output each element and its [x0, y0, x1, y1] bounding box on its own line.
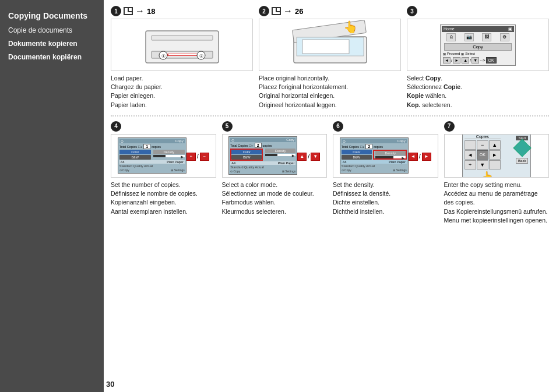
step-3-icon-grid: ⎙ 📷 🖼 ⚙	[442, 32, 514, 43]
step-5-screen-title: ⊙Copy	[230, 138, 295, 142]
svg-text:②: ②	[199, 54, 203, 59]
s5-btn-up[interactable]: ▲	[297, 153, 307, 161]
svg-rect-4	[168, 54, 199, 55]
step-4-nav-btns: + / −	[186, 153, 209, 161]
step-1-page: 18	[147, 7, 155, 16]
step-3-titlebar: Home ▣	[442, 26, 514, 32]
step-1-header: 1 → 18	[111, 6, 253, 16]
step-6-nav-btns: ◄ / ►	[409, 153, 431, 161]
sidebar-title: Copying Documents	[8, 10, 96, 21]
step-2-text: Place original horizontally. Placez l'or…	[259, 74, 401, 110]
step-2-header: 2 → 26	[259, 6, 401, 16]
step-5-screen: ⊙Copy Total Copies □+ 2 copies Color B&W	[228, 136, 297, 175]
sidebar-item-de: Dokumente kopieren	[8, 39, 96, 49]
dpad-left[interactable]: ◄	[464, 150, 476, 160]
s5-bw-btn: B&W	[231, 155, 262, 160]
step-1-text: Load paper. Chargez du papier. Papier ei…	[111, 74, 253, 110]
step-3-copy-button: Copy	[444, 43, 512, 51]
step-4: 4 ⊙Copy Total Copies □+ 1 copies Co	[111, 121, 216, 225]
step-1-number: 1	[111, 6, 121, 16]
svg-rect-13	[302, 40, 349, 54]
btn-up[interactable]: ▲	[462, 57, 469, 63]
step-5-image: ⊙Copy Total Copies □+ 2 copies Color B&W	[222, 134, 328, 178]
doc-icon-1	[124, 7, 133, 15]
step-7-image: ⊡ Copies − ▲ ◄ OK ►	[444, 134, 550, 178]
step-4-header: 4	[111, 121, 216, 132]
step-4-paper-row: A4 Plain Paper	[119, 160, 185, 164]
s6-btn-left[interactable]: ◄	[409, 153, 418, 161]
step-6-text: Set the density. Définissez la densité. …	[333, 181, 438, 216]
btn-minus[interactable]: −	[200, 153, 209, 161]
btn-left[interactable]: ◄	[443, 57, 451, 63]
step-6-footer: ⊙ Copy ⊞ Settings	[342, 168, 407, 172]
step-7-screen: ⊡ Copies − ▲ ◄ OK ►	[462, 134, 531, 178]
step-5: 5 ⊙Copy Total Copies □+ 2 copies Co	[222, 121, 328, 225]
step-3-controls: ◄ / ► ▲ / ▼ --> OK	[442, 56, 514, 64]
step-6: 6 ⊙Copy Total Copies □+ 2 copies Co	[333, 121, 438, 225]
step-4-number: 4	[111, 121, 121, 132]
step-4-quality: Standard Quality Actual	[119, 164, 185, 168]
step-4-screen: ⊙Copy Total Copies □+ 1 copies Color B&W	[118, 137, 186, 174]
step-1-svg: ① ②	[137, 19, 227, 70]
step-2-number: 2	[259, 6, 269, 16]
main-content: 1 → 18	[104, 0, 556, 392]
step-5-text: Select a color mode. Sélectionnez un mod…	[222, 181, 328, 216]
step-5-paper-row: A4 Plain Paper	[230, 161, 295, 165]
step-6-paper-row: A4 Plain Paper	[342, 160, 407, 164]
start-button[interactable]	[513, 139, 531, 157]
step-3-text: Select Copy. Sélectionnez Copie. Kopie w…	[407, 74, 549, 110]
dpad-minus[interactable]: −	[477, 140, 488, 150]
step-3-header: 3	[407, 6, 549, 16]
dpad-right[interactable]: ►	[489, 150, 501, 160]
step-2-arrow: →	[283, 6, 293, 16]
dpad-blank4	[489, 160, 501, 169]
step-4-image: ⊙Copy Total Copies □+ 1 copies Color B&W	[111, 134, 216, 178]
sidebar: Copying Documents Copie de documents Dok…	[0, 0, 104, 392]
btn-right[interactable]: ►	[453, 57, 460, 63]
dpad-blank2: ▲	[489, 140, 501, 150]
btn-down[interactable]: ▼	[471, 57, 479, 63]
icon-settings: ⚙	[500, 33, 509, 41]
step-7-header: 7	[444, 121, 550, 132]
step-3-nav-bar: ⊠ Proceed ⊞ Select	[442, 51, 514, 56]
step-1: 1 → 18	[111, 6, 253, 110]
step-4-footer: ⊙ Copy ⊞ Settings	[119, 168, 185, 172]
dpad-plus[interactable]: +	[464, 160, 476, 169]
steps-bottom-row: 4 ⊙Copy Total Copies □+ 1 copies Co	[111, 121, 549, 225]
step-2-page: 26	[295, 7, 303, 16]
steps-top-row: 1 → 18	[111, 6, 549, 110]
dpad-ok[interactable]: OK	[477, 150, 488, 160]
step-5-total-row: Total Copies □+ 2 copies	[230, 143, 295, 148]
step-6-image: ⊙Copy Total Copies □+ 2 copies Color B&W	[333, 134, 438, 178]
step-4-text: Set the number of copies. Définissez le …	[111, 181, 216, 216]
step-2-svg: 👆	[285, 19, 375, 70]
s6-density-bar: ►	[375, 156, 406, 158]
step-5-footer: ⊙ Copy ⊞ Settings	[230, 169, 295, 173]
svg-rect-5	[152, 36, 213, 40]
back-button[interactable]: Back	[516, 158, 528, 164]
step-4-screen-title: ⊙Copy	[119, 139, 185, 143]
step-4-total-row: Total Copies □+ 1 copies	[119, 144, 185, 149]
step-6-quality: Standard Quality Actual	[342, 164, 407, 168]
bw-btn: B&W	[119, 155, 151, 160]
step-1-image: ① ②	[111, 19, 253, 71]
s6-color-btn: Color	[342, 150, 372, 154]
dpad-blank3: ▼	[477, 160, 488, 169]
step-3-number: 3	[407, 6, 417, 16]
btn-ok[interactable]: OK	[486, 57, 497, 63]
step-5-header: 5	[222, 121, 328, 132]
step-2: 2 → 26 👆	[259, 6, 401, 110]
step-7-text: Enter the copy setting menu. Accédez au …	[444, 181, 550, 225]
density-bar: ►	[153, 155, 185, 157]
divider	[111, 115, 549, 116]
btn-plus[interactable]: +	[186, 153, 196, 161]
step-3: 3 Home ▣ ⎙ 📷 🖼 ⚙ Copy	[407, 6, 549, 110]
doc-icon-2	[272, 7, 281, 15]
copies-label: Copies	[464, 135, 501, 139]
step-6-screen-title: ⊙Copy	[342, 139, 407, 143]
s5-btn-down[interactable]: ▼	[311, 153, 320, 161]
step-6-mode-row: Color B&W Density ►	[342, 150, 407, 160]
s6-btn-right[interactable]: ►	[422, 153, 431, 161]
step-6-header: 6	[333, 121, 438, 132]
step-3-image: Home ▣ ⎙ 📷 🖼 ⚙ Copy ⊠ Proceed	[407, 19, 549, 71]
